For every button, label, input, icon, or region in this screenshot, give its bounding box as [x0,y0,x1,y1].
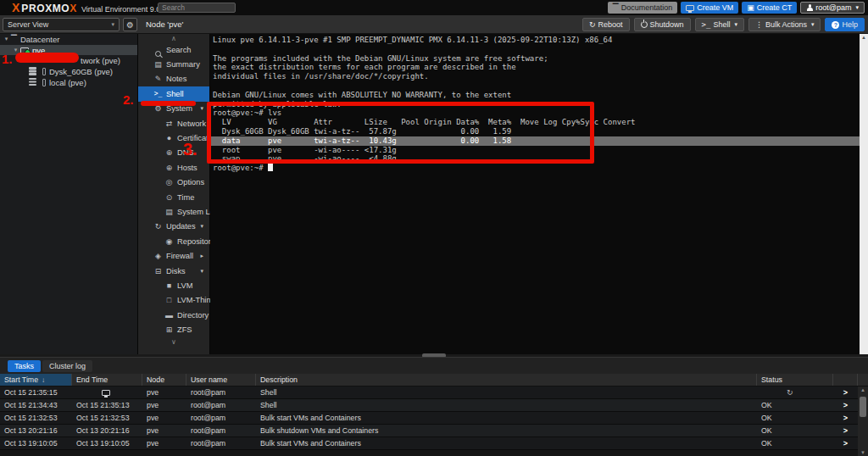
storage-disk-icon [29,67,36,70]
tree-item-storage-local[interactable]: local (pve) [0,77,137,88]
menu-item-updates[interactable]: ↻Updates▾ [138,220,209,234]
menu-item-search[interactable]: Search [138,42,209,57]
chevron-right-icon[interactable]: > [843,401,848,409]
task-user: root@pam [186,437,256,449]
task-end-time: Oct 15 21:32:53 [72,412,142,424]
menu-item-firewall[interactable]: ◈Firewall▸ [138,248,209,263]
menu-item-label: Firewall [166,252,193,260]
scroll-up-arrow-icon[interactable]: ▲ [858,386,868,393]
note-icon: ✎ [153,75,163,83]
create-ct-button[interactable]: ▣ Create CT [742,2,797,14]
brand-text: PROXMO [21,3,70,14]
menu-item-notes[interactable]: ✎Notes [138,72,209,86]
annotation-highlight-box [207,102,594,164]
chevron-right-icon[interactable]: > [843,426,848,435]
column-header-user-name[interactable]: User name [186,374,256,386]
column-header-start-time[interactable]: Start Time ↓ [0,374,72,386]
tree-item-label: Datacenter [20,35,59,44]
menu-item-lvm-thin[interactable]: □LVM-Thin [138,293,209,308]
view-mode-select[interactable]: Server View ▾ [3,18,120,31]
reboot-button[interactable]: ↻ Reboot [582,18,630,31]
task-row[interactable]: Oct 13 19:10:05Oct 13 19:10:05pveroot@pa… [0,437,868,450]
tree-item-datacenter[interactable]: ▾ ▔ Datacenter [0,34,137,45]
bulk-actions-dropdown-button[interactable]: ⋮ Bulk Actions ▾ [748,18,821,31]
collapse-arrow-icon[interactable]: ▾ [3,36,10,42]
book-icon: ▔ [613,3,619,12]
chevron-down-icon: ▾ [200,268,203,275]
column-header-status[interactable]: Status [757,374,833,386]
menu-item-dns[interactable]: ⊕DNS [138,146,209,160]
node-toolbar: Server View ▾ ⚙ Node 'pve' ↻ Reboot Shut… [0,15,868,34]
tab-tasks[interactable]: Tasks [8,360,41,372]
task-start-time: Oct 15 21:32:53 [0,412,72,424]
task-expand: > [833,437,858,449]
active-console-monitor-icon [102,390,110,396]
scroll-down-arrow-icon[interactable]: ▼ [858,449,868,456]
annotation-label-1: 1. [2,52,13,66]
shell-terminal[interactable]: Linux pve 6.14.11-3-pve #1 SMP PREEMPT_D… [210,34,860,354]
menu-item-summary[interactable]: ▤Summary [138,57,209,71]
chevron-right-icon[interactable]: > [843,388,848,397]
task-row[interactable]: Oct 13 20:21:16Oct 13 20:21:16pveroot@pa… [0,425,868,437]
menu-item-lvm[interactable]: ■LVM [138,278,209,292]
menu-item-label: Time [177,193,194,202]
task-row[interactable]: Oct 15 21:32:53Oct 15 21:32:53pveroot@pa… [0,412,868,425]
task-row[interactable]: Oct 15 21:34:43Oct 15 21:35:13pveroot@pa… [0,399,868,412]
menu-item-label: Options [177,178,204,186]
documentation-button[interactable]: ▔ Documentation [608,2,677,14]
menu-scroll-down-icon[interactable]: ∨ [138,339,209,346]
storage-disk-icon [29,78,36,81]
menu-item-network[interactable]: ⇄Network [138,116,209,131]
scroll-up-arrow-icon[interactable]: ▲ [860,34,868,42]
task-user: root@pam [186,425,256,437]
terminal-cursor [268,164,273,171]
menu-item-repositories[interactable]: ◉Repositories [138,234,209,248]
menu-item-time[interactable]: ⊙Time [138,190,209,204]
task-start-time: Oct 13 19:10:05 [0,437,72,449]
help-button[interactable]: ? Help [825,18,865,31]
annotation-label-2: 2. [123,92,134,107]
tree-settings-gear-button[interactable]: ⚙ [123,18,137,31]
task-start-time: Oct 13 20:21:16 [0,425,72,437]
create-vm-button[interactable]: Create VM [681,2,738,14]
task-status: OK [757,412,833,424]
column-header-description[interactable]: Description [256,374,757,386]
chevron-right-icon[interactable]: > [843,414,848,422]
shell-prompt-icon: >_ [702,20,711,29]
task-start-time: Oct 15 21:35:15 [0,386,72,398]
terminal-line: Linux pve 6.14.11-3-pve #1 SMP PREEMPT_D… [210,34,860,45]
options-icon: ◎ [164,178,174,186]
tasks-scrollbar[interactable]: ▲ ▼ [858,386,868,456]
menu-item-zfs[interactable]: ⊞ZFS [138,322,209,336]
tree-item-label: Dysk_60GB (pve) [49,67,113,76]
scrollbar-thumb[interactable] [860,397,866,417]
menu-item-hosts[interactable]: ⊕Hosts [138,160,209,175]
column-header-end-time[interactable]: End Time [72,374,142,386]
menu-item-certificates[interactable]: ●Certificates [138,131,209,145]
lvm-icon: ■ [164,281,174,290]
menu-item-directory[interactable]: ▬Directory [138,308,209,322]
task-end-time [72,386,142,398]
task-row[interactable]: Oct 15 21:35:15pveroot@pamShell↻> [0,386,868,399]
column-header-node[interactable]: Node [142,374,186,386]
global-search-input[interactable] [158,3,236,13]
menu-scroll-up-icon[interactable]: ∧ [138,36,209,42]
task-description: Bulk start VMs and Containers [256,437,757,449]
menu-item-disks[interactable]: ⊟Disks▾ [138,264,209,278]
task-description: Shell [256,399,757,411]
chevron-down-icon: ▾ [734,21,737,28]
menu-item-shell[interactable]: >_Shell [138,86,209,101]
menu-item-label: LVM [177,281,192,290]
tree-item-storage-dysk60gb[interactable]: Dysk_60GB (pve) [0,66,137,77]
shutdown-button[interactable]: Shutdown [634,18,691,31]
task-user: root@pam [186,412,256,424]
tab-cluster-log[interactable]: Cluster log [42,360,92,372]
ellipsis-icon: ⋮ [755,20,763,29]
chevron-right-icon[interactable]: > [843,439,848,448]
shell-dropdown-button[interactable]: >_ Shell ▾ [695,18,744,31]
menu-item-options[interactable]: ◎Options [138,175,209,190]
user-menu-button[interactable]: root@pam ▾ [800,2,865,14]
terminal-scrollbar[interactable]: ▲ [860,34,868,354]
globe-icon: ⊕ [164,164,174,172]
menu-item-system-log[interactable]: ▤System Log [138,204,209,219]
